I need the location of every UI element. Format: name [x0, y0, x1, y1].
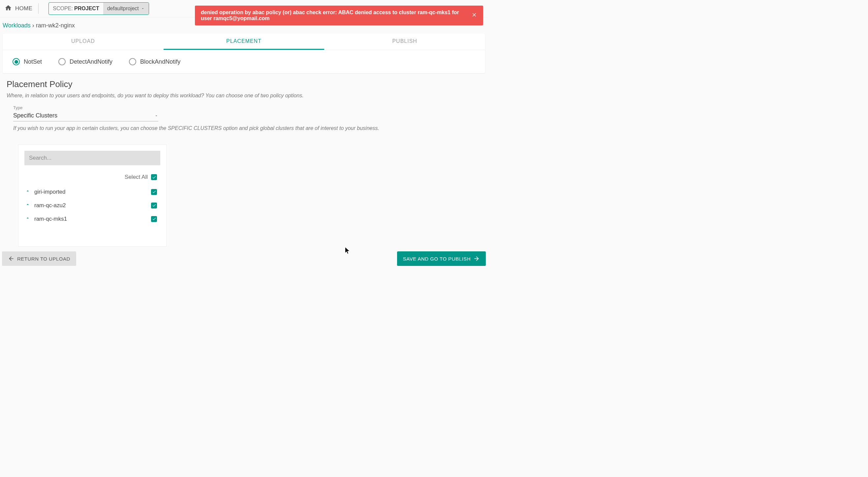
return-to-upload-button[interactable]: RETURN TO UPLOAD — [2, 251, 76, 266]
radio-label: NotSet — [24, 58, 42, 65]
placement-subtitle: Where, in relation to your users and end… — [7, 93, 481, 99]
cluster-search-input[interactable] — [24, 151, 160, 165]
alert-message: denied operation by abac policy (or) aba… — [201, 9, 471, 22]
tab-placement[interactable]: PLACEMENT — [163, 34, 324, 50]
project-name: defaultproject — [107, 6, 139, 11]
breadcrumb-sep: › — [31, 22, 36, 29]
wizard-tabs: UPLOAD PLACEMENT PUBLISH — [3, 34, 485, 50]
radio-blockandnotify[interactable]: BlockAndNotify — [129, 58, 180, 65]
cluster-item[interactable]: ram-qc-mks1 — [24, 212, 158, 226]
type-field: Type Specific Clusters — [13, 105, 158, 121]
next-label: SAVE AND GO TO PUBLISH — [403, 256, 471, 262]
breadcrumb-current: ram-wk2-nginx — [36, 22, 75, 29]
tab-publish[interactable]: PUBLISH — [324, 34, 485, 50]
radio-label: DetectAndNotify — [70, 58, 113, 65]
arrow-right-icon — [473, 255, 480, 262]
check-icon — [152, 203, 156, 208]
expand-icon — [25, 202, 30, 209]
radio-notset[interactable]: NotSet — [12, 58, 42, 65]
tab-upload[interactable]: UPLOAD — [3, 34, 163, 50]
alert-close-button[interactable] — [471, 12, 477, 19]
close-icon — [471, 12, 477, 18]
wizard-card: UPLOAD PLACEMENT PUBLISH NotSet DetectAn… — [3, 34, 485, 73]
home-icon — [5, 4, 12, 13]
arrow-left-icon — [8, 255, 14, 262]
cluster-list-scroll[interactable]: Select All giri-imported ram-qc-azu2 — [24, 171, 160, 240]
caret-down-icon — [154, 114, 158, 118]
placement-section: Placement Policy Where, in relation to y… — [0, 79, 488, 247]
check-icon — [152, 175, 156, 179]
cluster-item[interactable]: giri-imported — [24, 185, 158, 199]
caret-down-icon — [141, 7, 145, 10]
cluster-checkbox[interactable] — [151, 203, 157, 208]
radio-button-icon — [12, 58, 20, 65]
radio-button-icon — [58, 58, 66, 65]
scope-label: SCOPE: PROJECT — [49, 4, 103, 13]
radio-button-icon — [129, 58, 136, 65]
type-select[interactable]: Specific Clusters — [13, 110, 158, 121]
expand-icon — [25, 215, 30, 222]
back-label: RETURN TO UPLOAD — [17, 256, 70, 262]
type-value: Specific Clusters — [13, 112, 57, 119]
select-all-label: Select All — [125, 174, 148, 180]
cluster-checkbox[interactable] — [151, 189, 157, 195]
radio-label: BlockAndNotify — [140, 58, 180, 65]
expand-icon — [25, 188, 30, 195]
select-all-checkbox[interactable] — [151, 174, 157, 180]
drift-radio-group: NotSet DetectAndNotify BlockAndNotify — [3, 50, 485, 73]
cluster-name: giri-imported — [34, 189, 65, 195]
type-label: Type — [13, 105, 158, 110]
alert-banner: denied operation by abac policy (or) aba… — [195, 6, 483, 25]
cluster-picker: Select All giri-imported ram-qc-azu2 — [18, 145, 166, 247]
save-and-go-to-publish-button[interactable]: SAVE AND GO TO PUBLISH — [397, 251, 486, 266]
project-dropdown[interactable]: defaultproject — [103, 3, 149, 14]
cluster-name: ram-qc-mks1 — [34, 216, 67, 222]
check-icon — [152, 190, 156, 194]
cluster-item[interactable]: ram-qc-azu2 — [24, 199, 158, 212]
placement-title: Placement Policy — [7, 79, 481, 89]
home-button[interactable]: HOME — [5, 3, 39, 14]
home-label: HOME — [15, 5, 32, 12]
type-help: If you wish to run your app in certain c… — [13, 125, 481, 131]
check-icon — [152, 217, 156, 221]
select-all-row[interactable]: Select All — [24, 171, 158, 185]
bottom-bar: RETURN TO UPLOAD SAVE AND GO TO PUBLISH — [0, 249, 488, 268]
cluster-name: ram-qc-azu2 — [34, 202, 66, 209]
scope-selector: SCOPE: PROJECT defaultproject — [49, 2, 149, 15]
cluster-checkbox[interactable] — [151, 216, 157, 222]
radio-detectandnotify[interactable]: DetectAndNotify — [58, 58, 113, 65]
breadcrumb-parent[interactable]: Workloads — [3, 22, 31, 29]
